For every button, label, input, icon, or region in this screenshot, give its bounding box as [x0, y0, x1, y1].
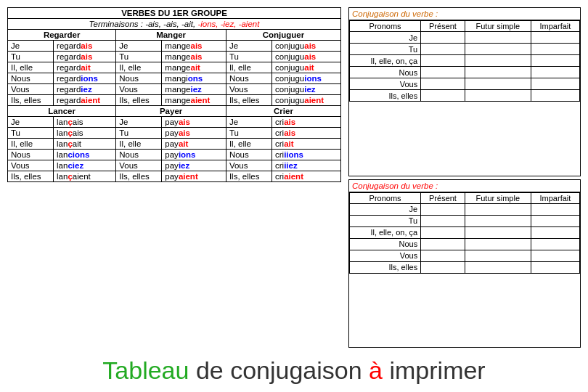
table-row: Il, elleregardait Il, ellemangeait Il, e… [8, 62, 341, 73]
col-header-present-2: Présent [421, 192, 465, 203]
conj-row: Ils, elles [350, 261, 580, 273]
col-header-futur-1: Futur simple [465, 21, 531, 32]
bottom-word-de: de [196, 356, 230, 384]
conjugation-table-2: Conjugaison du verbe : Pronoms Présent F… [348, 179, 581, 348]
conj-grid-2: Pronoms Présent Futur simple Imparfait J… [349, 192, 580, 274]
conjugation-table-1: Conjugaison du verbe : Pronoms Présent F… [348, 7, 581, 176]
conj-row: Tu [350, 44, 580, 55]
table-row: Ils, ellesregardaient Ils, ellesmangeaie… [8, 95, 341, 106]
col-header-futur-2: Futur simple [465, 192, 531, 203]
table-row: Ils, elleslançaient Ils, ellespayaient I… [8, 171, 341, 182]
bottom-word-tableau: Tableau [102, 356, 189, 384]
table-row: Il, ellelançait Il, ellepayait Il, ellec… [8, 139, 341, 150]
conj-row: Vous [350, 250, 580, 261]
conj-row: Nous [350, 67, 580, 78]
header-crier: Crier [226, 106, 340, 117]
table-row: Jeregardais Jemangeais Jeconjuguais [8, 41, 341, 52]
bottom-word-imprimer: imprimer [389, 356, 485, 384]
conj-row: Tu [350, 215, 580, 226]
table-row: Jelançais Jepayais Jecriais [8, 117, 341, 128]
left-table-container: VERBES DU 1ER GROUPE Terminaisons : -ais… [7, 7, 341, 348]
table-row: Turegardais Tumangeais Tuconjuguais [8, 52, 341, 62]
conj-row: Il, elle, on, ça [350, 226, 580, 238]
col-header-present-1: Présent [421, 21, 465, 32]
table-row: Nousregardions Nousmangions Nousconjugui… [8, 73, 341, 84]
conj-row: Ils, elles [350, 90, 580, 102]
header-lancer: Lancer [8, 106, 116, 117]
header-regarder: Regarder [8, 30, 116, 41]
header-manger: Manger [116, 30, 226, 41]
right-tables: Conjugaison du verbe : Pronoms Présent F… [348, 7, 581, 348]
conj-row: Il, elle, on, ça [350, 55, 580, 67]
conj-title-2: Conjugaison du verbe : [349, 180, 580, 192]
table-subtitle: Terminaisons : -ais, -ais, -ait, -ions, … [8, 19, 341, 30]
col-header-pronoms-2: Pronoms [350, 192, 421, 203]
header-payer: Payer [116, 106, 226, 117]
header-conjuguer: Conjuguer [226, 30, 340, 41]
col-header-imparfait-1: Imparfait [531, 21, 579, 32]
conj-row: Je [350, 32, 580, 44]
conj-grid-1: Pronoms Présent Futur simple Imparfait J… [349, 20, 580, 102]
main-conjugation-table: VERBES DU 1ER GROUPE Terminaisons : -ais… [7, 7, 341, 182]
table-row: Tulançais Tupayais Tucriais [8, 128, 341, 139]
conj-row: Nous [350, 238, 580, 250]
table-row: Vousregardiez Vousmangeiez Vousconjuguie… [8, 84, 341, 95]
table-title: VERBES DU 1ER GROUPE [8, 8, 341, 19]
table-row: Vouslanciez Vouspayiez Vouscriiiez [8, 160, 341, 171]
table-row: Nouslancions Nouspayions Nouscriiions [8, 150, 341, 160]
conj-row: Je [350, 203, 580, 215]
bottom-word-conjugaison: conjugaison [230, 356, 362, 384]
col-header-pronoms-1: Pronoms [350, 21, 421, 32]
bottom-text: Tableau de conjugaison à imprimer [7, 356, 581, 385]
bottom-word-a: à [369, 356, 389, 384]
conj-row: Vous [350, 78, 580, 90]
conj-title-1: Conjugaison du verbe : [349, 8, 580, 20]
top-section: VERBES DU 1ER GROUPE Terminaisons : -ais… [7, 7, 581, 348]
col-header-imparfait-2: Imparfait [531, 192, 579, 203]
